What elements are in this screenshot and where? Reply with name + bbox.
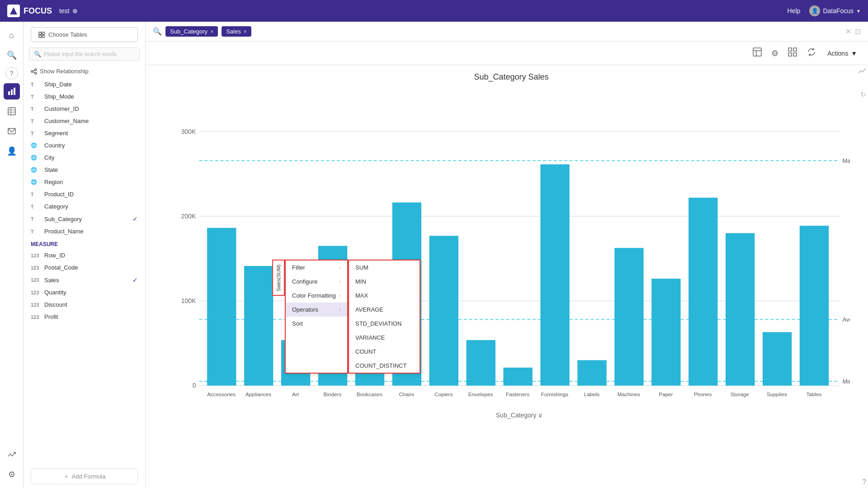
measure-profit[interactable]: 123Profit bbox=[24, 311, 145, 323]
field-ship-mode[interactable]: TShip_Mode bbox=[24, 90, 145, 103]
actions-dropdown-icon: ▼ bbox=[851, 50, 857, 57]
field-ship-date[interactable]: TShip_Date bbox=[24, 78, 145, 90]
field-region[interactable]: 🌐Region bbox=[24, 176, 145, 188]
field-name: Ship_Mode bbox=[44, 93, 74, 100]
field-customer-id[interactable]: TCustomer_ID bbox=[24, 103, 145, 115]
chart-line-type-icon[interactable] bbox=[858, 67, 866, 77]
sales-sum-label: Sales(SUM) bbox=[276, 264, 281, 291]
add-formula-label: Add Formula bbox=[72, 473, 105, 480]
user-name: DataFocus bbox=[823, 7, 854, 14]
sidebar-trending-icon[interactable] bbox=[4, 446, 20, 463]
submenu-average[interactable]: AVERAGE bbox=[349, 303, 420, 317]
field-type-icon: 123 bbox=[31, 302, 41, 308]
search-icon[interactable]: 🔍 bbox=[153, 27, 162, 36]
chart-reload-icon[interactable]: ↻ bbox=[860, 90, 866, 99]
sidebar-user-icon[interactable]: 👤 bbox=[4, 143, 20, 159]
field-search-box[interactable]: 🔍 Please input the search words bbox=[29, 47, 140, 61]
help-link[interactable]: Help bbox=[788, 7, 801, 14]
tag-sales-close[interactable]: × bbox=[244, 28, 247, 35]
field-name: Sub_Category bbox=[44, 216, 82, 223]
field-type-icon: T bbox=[31, 192, 41, 197]
field-name: Postal_Code bbox=[44, 264, 78, 271]
submenu-min[interactable]: MIN bbox=[349, 275, 420, 289]
svg-text:Copiers: Copiers bbox=[434, 391, 453, 397]
menu-filter[interactable]: Filter › bbox=[286, 261, 347, 275]
chart-refresh-icon[interactable] bbox=[805, 45, 818, 61]
field-sub-category[interactable]: TSub_Category✓ bbox=[24, 213, 145, 225]
sidebar-help-icon[interactable]: ? bbox=[5, 67, 18, 80]
svg-rect-4 bbox=[8, 108, 15, 115]
svg-rect-9 bbox=[39, 32, 41, 34]
sidebar-search-icon[interactable]: 🔍 bbox=[4, 47, 20, 63]
svg-rect-24 bbox=[793, 53, 797, 56]
search-expand-icon[interactable]: ⊡ bbox=[855, 27, 861, 36]
svg-text:Supplies: Supplies bbox=[767, 391, 787, 397]
field-category[interactable]: TCategory bbox=[24, 200, 145, 213]
sidebar-table-icon[interactable] bbox=[4, 103, 20, 119]
svg-text:Max 2f: Max 2f bbox=[843, 157, 850, 164]
chart-type-card-icon[interactable] bbox=[750, 45, 764, 61]
measure-quantity[interactable]: 123Quantity bbox=[24, 286, 145, 298]
tag-sub-category-close[interactable]: × bbox=[210, 28, 213, 35]
submenu-std-deviation[interactable]: STD_DEVIATION bbox=[349, 317, 420, 331]
field-country[interactable]: 🌐Country bbox=[24, 139, 145, 152]
search-field-icon: 🔍 bbox=[34, 51, 41, 57]
submenu-count[interactable]: COUNT bbox=[349, 345, 420, 359]
menu-configure[interactable]: Configure › bbox=[286, 275, 347, 289]
svg-text:Paper: Paper bbox=[659, 391, 673, 397]
search-clear-icon[interactable]: ✕ bbox=[845, 27, 851, 36]
svg-text:100K: 100K bbox=[181, 297, 196, 304]
field-state[interactable]: 🌐State bbox=[24, 164, 145, 176]
user-menu[interactable]: 👤 DataFocus ▼ bbox=[809, 5, 861, 16]
chart-help-icon[interactable]: ? bbox=[862, 478, 866, 486]
submenu-variance[interactable]: VARIANCE bbox=[349, 331, 420, 345]
measure-postal-code[interactable]: 123Postal_Code bbox=[24, 261, 145, 274]
menu-configure-label: Configure bbox=[292, 278, 317, 285]
measure-sales[interactable]: 123Sales✓ bbox=[24, 274, 145, 286]
field-type-icon: T bbox=[31, 94, 41, 99]
field-type-icon: 🌐 bbox=[31, 167, 41, 173]
operators-submenu: SUM MIN MAX AVERAGE STD_DEVIATION VARIAN… bbox=[348, 260, 420, 374]
search-bar-area: 🔍 Sub_Category × Sales × ✕ ⊡ bbox=[146, 22, 868, 42]
sidebar-chart-icon[interactable] bbox=[4, 83, 20, 99]
field-segment[interactable]: TSegment bbox=[24, 127, 145, 139]
field-customer-name[interactable]: TCustomer_Name bbox=[24, 115, 145, 127]
measure-row-id[interactable]: 123Row_ID bbox=[24, 249, 145, 261]
show-relationship[interactable]: Show Relationship bbox=[24, 64, 145, 78]
svg-text:Appliances: Appliances bbox=[245, 391, 271, 397]
field-product-name[interactable]: TProduct_Name bbox=[24, 225, 145, 237]
tag-sales[interactable]: Sales × bbox=[222, 26, 251, 37]
tab-add-icon[interactable]: ⊕ bbox=[72, 7, 78, 14]
sidebar-settings-icon[interactable]: ⚙ bbox=[4, 466, 20, 483]
sidebar-inbox-icon[interactable] bbox=[4, 123, 20, 139]
choose-tables-button[interactable]: Choose Tables bbox=[31, 27, 138, 42]
menu-sort[interactable]: Sort bbox=[286, 317, 347, 331]
sales-sum-tag[interactable]: Sales(SUM) bbox=[272, 260, 285, 296]
svg-text:Binders: Binders bbox=[324, 391, 342, 397]
submenu-sum[interactable]: SUM bbox=[349, 261, 420, 275]
actions-button[interactable]: Actions ▼ bbox=[824, 48, 861, 59]
svg-text:Phones: Phones bbox=[694, 391, 712, 397]
tab-test[interactable]: test ⊕ bbox=[59, 7, 78, 14]
field-name: Region bbox=[44, 179, 63, 185]
menu-color-formatting[interactable]: Color Formatting › bbox=[286, 289, 347, 303]
svg-rect-21 bbox=[788, 48, 792, 51]
field-type-icon: T bbox=[31, 131, 41, 136]
submenu-max[interactable]: MAX bbox=[349, 289, 420, 303]
field-type-icon: T bbox=[31, 229, 41, 234]
measure-discount[interactable]: 123Discount bbox=[24, 298, 145, 311]
menu-operators[interactable]: Operators › bbox=[286, 303, 347, 317]
field-city[interactable]: 🌐City bbox=[24, 152, 145, 164]
field-name: Country bbox=[44, 142, 65, 149]
user-dropdown-icon: ▼ bbox=[856, 9, 861, 14]
submenu-count-distinct[interactable]: COUNT_DISTINCT bbox=[349, 359, 420, 373]
sidebar-home-icon[interactable]: ⌂ bbox=[4, 27, 20, 43]
field-name: Profit bbox=[44, 313, 58, 320]
add-formula-button[interactable]: ＋ Add Formula bbox=[31, 468, 138, 484]
field-product-id[interactable]: TProduct_ID bbox=[24, 188, 145, 200]
menu-sort-label: Sort bbox=[292, 320, 303, 327]
tag-sub-category[interactable]: Sub_Category × bbox=[165, 26, 218, 37]
chart-grid-icon[interactable] bbox=[786, 45, 799, 61]
field-name: Quantity bbox=[44, 289, 66, 296]
chart-settings-icon[interactable]: ⚙ bbox=[769, 47, 780, 60]
